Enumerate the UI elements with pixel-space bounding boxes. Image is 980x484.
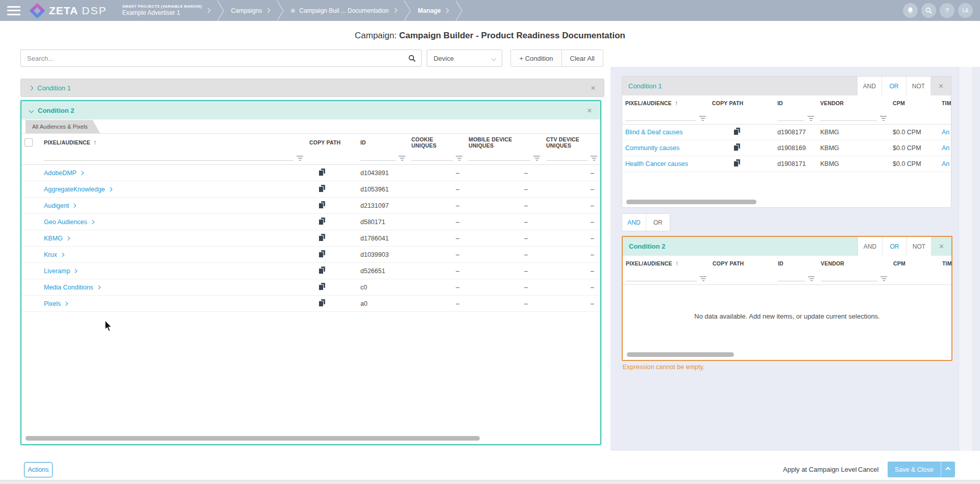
zeta-dsp-logo[interactable]: ZETADSP (32, 5, 107, 17)
horizontal-scrollbar-thumb[interactable] (627, 352, 734, 357)
id-filter-input[interactable] (778, 275, 805, 281)
add-condition-button[interactable]: + Condition (511, 50, 561, 66)
audience-group-link[interactable]: AdobeDMP (44, 170, 83, 177)
filter-icon[interactable] (533, 156, 540, 161)
save-and-close-main[interactable]: Save & Close (888, 462, 941, 477)
select-all-checkbox[interactable] (24, 138, 33, 147)
clear-all-button[interactable]: Clear All (561, 50, 603, 66)
column-header-tim[interactable]: TIM (939, 95, 951, 111)
breadcrumb-advertiser[interactable]: SMART PROJECTS (VARIABLE MARGIN) Example… (122, 4, 209, 16)
close-icon[interactable]: × (932, 242, 951, 251)
condition-1-label[interactable]: Condition 1 (628, 82, 662, 90)
breadcrumb-manage[interactable]: Manage (418, 7, 449, 14)
not-operator-button[interactable]: NOT (907, 237, 932, 256)
clipped-action-link[interactable]: An (942, 160, 949, 167)
audience-group-link[interactable]: Geo Audiences (44, 219, 94, 226)
audience-group-link[interactable]: Pixels (44, 300, 67, 307)
close-icon[interactable]: × (931, 82, 951, 90)
column-header-pixel-audience[interactable]: PIXEL/AUDIENCE↑ (622, 95, 709, 111)
column-header-id[interactable]: ID (774, 95, 817, 111)
column-header-vendor[interactable]: VENDOR (817, 95, 890, 111)
horizontal-scrollbar-thumb[interactable] (626, 200, 756, 204)
cookie-uniques-filter-input[interactable] (411, 154, 453, 161)
audience-link[interactable]: Health Cancer causes (625, 160, 688, 167)
hamburger-menu-icon[interactable] (7, 6, 20, 15)
column-header-copy-path[interactable]: COPY PATH (306, 134, 357, 151)
column-header-ctv-device-uniques[interactable]: CTV DEVICE UNIQUES (543, 134, 600, 151)
vendor-filter-input[interactable] (820, 114, 877, 121)
copy-path-icon[interactable] (318, 217, 325, 225)
audience-link[interactable]: Blind & Deaf causes (625, 129, 683, 136)
filter-icon[interactable] (700, 276, 706, 281)
ctv-uniques-filter-input[interactable] (546, 154, 587, 161)
filter-icon[interactable] (399, 156, 405, 161)
column-header-id[interactable]: ID (775, 256, 818, 271)
column-header-pixel-audience[interactable]: PIXEL/AUDIENCE↑ (41, 134, 306, 151)
copy-path-icon[interactable] (318, 168, 325, 176)
vendor-filter-input[interactable] (821, 275, 877, 281)
copy-path-icon[interactable] (733, 128, 740, 135)
column-header-cpm[interactable]: CPM (890, 95, 939, 111)
audience-group-link[interactable]: Audigent (44, 202, 76, 209)
column-header-copy-path[interactable]: COPY PATH (709, 256, 775, 271)
column-header-cpm[interactable]: CPM (890, 256, 939, 271)
cancel-link[interactable]: Cancel (858, 466, 878, 473)
and-operator-button[interactable]: AND (857, 77, 882, 95)
close-icon[interactable]: × (587, 106, 592, 115)
clipped-action-link[interactable]: An (942, 129, 949, 136)
notifications-button[interactable] (903, 3, 918, 18)
column-header-mobile-device-uniques[interactable]: MOBILE DEVICE UNIQUES (465, 134, 543, 151)
horizontal-scrollbar-thumb[interactable] (26, 436, 480, 441)
save-options-toggle[interactable] (941, 462, 955, 477)
condition-1-label[interactable]: Condition 1 (37, 84, 71, 92)
filter-icon[interactable] (456, 156, 462, 161)
copy-path-icon[interactable] (318, 283, 325, 291)
filter-icon[interactable] (297, 156, 303, 161)
audience-group-link[interactable]: KBMG (44, 235, 69, 242)
clipped-action-link[interactable]: An (942, 144, 949, 152)
actions-button[interactable]: Actions (24, 462, 53, 477)
column-header-tim[interactable]: TIM (939, 256, 951, 271)
tab-all-audiences-pixels[interactable]: All Audiences & Pixels (26, 120, 100, 133)
audience-group-link[interactable]: Krux (44, 251, 64, 258)
column-header-copy-path[interactable]: COPY PATH (709, 95, 774, 111)
id-filter-input[interactable] (360, 154, 396, 161)
filter-icon[interactable] (591, 156, 597, 161)
connector-and-button[interactable]: AND (622, 214, 646, 231)
filter-icon[interactable] (880, 276, 887, 281)
copy-path-icon[interactable] (318, 299, 325, 307)
help-button[interactable]: ? (940, 3, 954, 18)
copy-path-icon[interactable] (318, 250, 325, 258)
vertical-scrollbar-track[interactable] (959, 67, 973, 451)
condition-2-label[interactable]: Condition 2 (38, 107, 75, 114)
id-filter-input[interactable] (777, 114, 804, 121)
expand-chevron-icon[interactable] (29, 85, 34, 90)
column-header-id[interactable]: ID (357, 134, 408, 151)
filter-icon[interactable] (808, 276, 815, 281)
column-header-cookie-uniques[interactable]: COOKIE UNIQUES (408, 134, 465, 151)
breadcrumb-campaign-builder[interactable]: Campaign Buil ... Documentation (291, 7, 396, 14)
connector-or-button[interactable]: OR (646, 214, 670, 231)
or-operator-button[interactable]: OR (882, 77, 906, 95)
filter-icon[interactable] (807, 116, 814, 121)
not-operator-button[interactable]: NOT (906, 77, 931, 95)
copy-path-icon[interactable] (318, 234, 325, 241)
filter-icon[interactable] (880, 116, 887, 121)
copy-path-icon[interactable] (733, 159, 740, 167)
copy-path-icon[interactable] (318, 267, 325, 274)
or-operator-button[interactable]: OR (883, 237, 907, 256)
pixel-audience-filter-input[interactable] (626, 275, 697, 281)
device-dropdown[interactable]: Device (427, 50, 502, 67)
condition-2-label[interactable]: Condition 2 (629, 243, 666, 250)
copy-path-icon[interactable] (318, 185, 325, 192)
audience-group-link[interactable]: Media Conditions (44, 284, 100, 291)
user-avatar[interactable]: L& (958, 3, 973, 18)
copy-path-icon[interactable] (733, 143, 740, 151)
audience-link[interactable]: Community causes (625, 144, 679, 152)
breadcrumb-campaigns[interactable]: Campaigns (231, 7, 270, 14)
search-icon[interactable] (408, 54, 416, 62)
global-search-button[interactable] (921, 3, 936, 18)
mobile-uniques-filter-input[interactable] (469, 154, 530, 161)
and-operator-button[interactable]: AND (858, 237, 883, 256)
collapse-chevron-icon[interactable] (29, 108, 34, 113)
